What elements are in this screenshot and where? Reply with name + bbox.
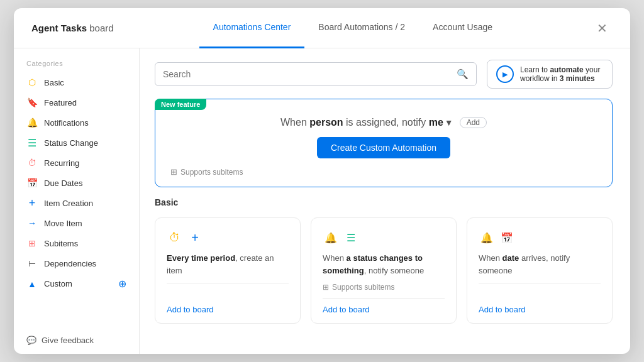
status-icon: ☰ (26, 137, 38, 148)
custom-icon: ▲ (26, 278, 38, 290)
tabs-container: Automations Center Board Automations / 2… (199, 8, 506, 48)
sidebar-item-custom[interactable]: ▲ Custom ⊕ (14, 273, 139, 294)
subitems-icon: ⊞ (26, 238, 38, 249)
sidebar-item-subitems[interactable]: ⊞ Subitems (14, 233, 139, 253)
search-icon: 🔍 (457, 69, 469, 80)
sidebar-item-dependencies[interactable]: ⊢ Dependencies (14, 253, 139, 273)
automation-card-1[interactable]: ⏱ + Every time period, create an item Ad… (155, 217, 301, 324)
item-creation-icon: + (26, 197, 38, 209)
feature-card: New feature When person is assigned, not… (155, 99, 613, 187)
search-box[interactable]: 🔍 (155, 62, 477, 86)
sidebar-item-due-dates[interactable]: 📅 Due Dates (14, 173, 139, 193)
subitems-icon-feature: ⊞ (170, 167, 177, 177)
card-2-bell-icon: 🔔 (323, 229, 339, 246)
move-item-icon: → (26, 217, 38, 229)
new-feature-badge: New feature (155, 99, 206, 110)
card-1-icons: ⏱ + (167, 229, 289, 246)
card-1-desc: Every time period, create an item (167, 252, 289, 277)
sidebar-label-dependencies: Dependencies (44, 259, 96, 268)
create-custom-automation-button[interactable]: Create Custom Automation (317, 137, 450, 158)
card-1-add-button[interactable]: Add to board (167, 305, 289, 314)
sidebar-label-due-dates: Due Dates (44, 178, 82, 188)
modal-title: Agent Tasks board (31, 23, 114, 33)
main-content: 🔍 ▶ Learn to automate yourworkflow in 3 … (140, 48, 630, 354)
sidebar-item-basic[interactable]: ⬡ Basic (14, 72, 139, 92)
card-2-list-icon: ☰ (343, 229, 359, 246)
sidebar-item-featured[interactable]: 🔖 Featured (14, 92, 139, 112)
sidebar-item-recurring[interactable]: ⏱ Recurring (14, 153, 139, 173)
card-2-icons: 🔔 ☰ (323, 229, 445, 246)
card-2-subitems-icon: ⊞ (323, 283, 329, 292)
sidebar-item-status-change[interactable]: ☰ Status Change (14, 133, 139, 153)
sidebar-item-move-item[interactable]: → Move Item (14, 213, 139, 233)
sentence-me: me (429, 117, 443, 128)
search-input[interactable] (163, 69, 452, 79)
card-1-clock-icon: ⏱ (167, 229, 183, 246)
sentence-when: When (280, 117, 309, 128)
supports-subitems-label: ⊞ Supports subitems (170, 167, 243, 177)
basic-section-label: Basic (155, 197, 613, 207)
sidebar-label-recurring: Recurring (44, 158, 79, 168)
sidebar-section-label: Categories (14, 60, 139, 72)
tab-automations-center[interactable]: Automations Center (199, 8, 305, 48)
sidebar-label-featured: Featured (44, 98, 77, 107)
card-2-desc: When a status changes to something, noti… (323, 252, 445, 277)
cards-row: ⏱ + Every time period, create an item Ad… (155, 217, 613, 324)
create-button-row: Create Custom Automation (170, 137, 597, 158)
tab-account-usage[interactable]: Account Usage (419, 8, 506, 48)
card-3-bell-icon: 🔔 (479, 229, 495, 246)
search-row: 🔍 ▶ Learn to automate yourworkflow in 3 … (155, 60, 613, 89)
sentence-mid: is assigned, notify (343, 117, 429, 128)
sidebar-label-subitems: Subitems (44, 239, 78, 248)
notifications-icon: 🔔 (26, 117, 38, 128)
card-3-add-button[interactable]: Add to board (479, 305, 601, 314)
sidebar-label-notifications: Notifications (44, 118, 89, 128)
sidebar-label-custom: Custom (44, 279, 72, 288)
basic-icon: ⬡ (26, 77, 38, 88)
sidebar-label-item-creation: Item Creation (44, 199, 93, 208)
add-custom-button[interactable]: ⊕ (118, 278, 126, 290)
card-3-desc: When date arrives, notify someone (479, 252, 601, 277)
close-button[interactable]: ✕ (592, 18, 613, 38)
sidebar: Categories ⬡ Basic 🔖 Featured 🔔 Notifica… (14, 48, 140, 354)
tab-board-automations[interactable]: Board Automations / 2 (304, 8, 419, 48)
card-2-subitems: ⊞ Supports subitems (323, 283, 445, 292)
modal-title-suffix: board (87, 23, 114, 33)
feedback-icon: 💬 (26, 336, 36, 345)
recurring-icon: ⏱ (26, 157, 38, 168)
card-1-plus-icon: + (187, 229, 203, 246)
add-chip[interactable]: Add (460, 117, 487, 128)
due-dates-icon: 📅 (26, 177, 38, 189)
feature-sentence: When person is assigned, notify me ▼ Add (170, 113, 597, 128)
give-feedback-button[interactable]: 💬 Give feedback (14, 327, 139, 354)
card-2-add-button[interactable]: Add to board (323, 305, 445, 314)
cursor-arrow: ▼ (445, 118, 453, 128)
automation-card-2[interactable]: 🔔 ☰ When a status changes to something, … (311, 217, 457, 324)
feedback-label: Give feedback (42, 336, 94, 345)
learn-banner-text: Learn to automate yourworkflow in 3 minu… (520, 65, 600, 83)
sidebar-label-move-item: Move Item (44, 219, 82, 228)
sidebar-label-status: Status Change (44, 138, 98, 148)
card-3-cal-icon: 📅 (499, 229, 515, 246)
learn-banner[interactable]: ▶ Learn to automate yourworkflow in 3 mi… (487, 60, 613, 89)
sidebar-label-basic: Basic (44, 78, 64, 87)
automation-card-3[interactable]: 🔔 📅 When date arrives, notify someone Ad… (467, 217, 613, 324)
play-icon: ▶ (496, 65, 514, 83)
modal-header: Agent Tasks board Automations Center Boa… (14, 8, 630, 48)
card-3-icons: 🔔 📅 (479, 229, 601, 246)
dependencies-icon: ⊢ (26, 258, 38, 269)
sidebar-item-item-creation[interactable]: + Item Creation (14, 193, 139, 213)
sentence-person: person (309, 117, 343, 128)
featured-icon: 🔖 (26, 97, 38, 108)
feature-footer: ⊞ Supports subitems (170, 167, 597, 177)
modal-body: Categories ⬡ Basic 🔖 Featured 🔔 Notifica… (14, 48, 630, 354)
automations-modal: Agent Tasks board Automations Center Boa… (14, 8, 630, 354)
modal-title-board: Agent Tasks (31, 23, 87, 33)
sidebar-item-notifications[interactable]: 🔔 Notifications (14, 112, 139, 133)
